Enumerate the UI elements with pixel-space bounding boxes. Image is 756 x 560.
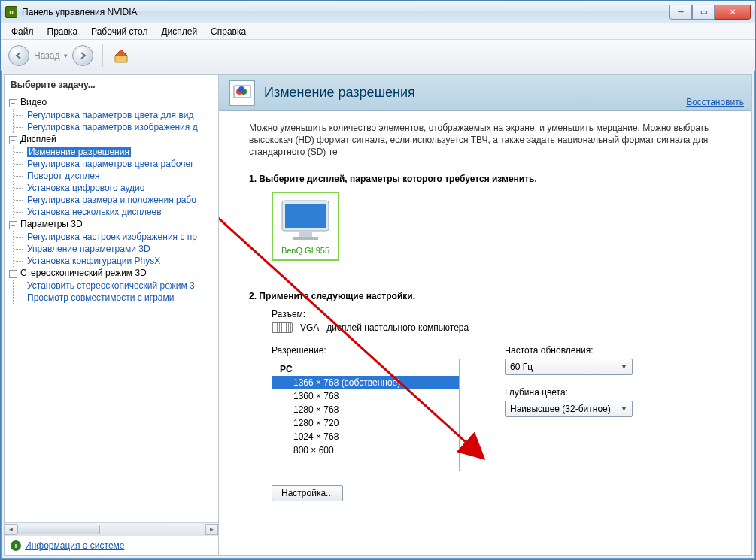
main-panel: Изменение разрешения Восстановить Можно …	[219, 75, 751, 555]
svg-rect-7	[299, 232, 312, 237]
home-button[interactable]	[112, 47, 130, 65]
nvidia-icon: n	[5, 6, 17, 18]
back-button[interactable]	[8, 45, 29, 66]
info-icon: i	[11, 540, 21, 551]
connector-row: VGA - дисплей настольного компьютера	[272, 322, 736, 333]
tree-category-stereo3d[interactable]: −Стереоскопический режим 3D	[6, 267, 217, 280]
scroll-track[interactable]	[17, 524, 205, 535]
monitor-icon	[232, 83, 253, 104]
color-depth-value: Наивысшее (32-битное)	[510, 404, 611, 414]
tree-item[interactable]: Управление параметрами 3D	[14, 243, 217, 255]
window-buttons: ─ ▭ ✕	[669, 5, 751, 20]
tree-item[interactable]: Регулировка параметров цвета рабочег	[14, 158, 217, 170]
connector-value: VGA - дисплей настольного компьютера	[300, 322, 469, 333]
menu-display[interactable]: Дисплей	[155, 25, 203, 38]
page-header: Изменение разрешения Восстановить	[219, 75, 751, 111]
sidebar-h-scrollbar[interactable]: ◄ ►	[5, 522, 218, 535]
resolution-option[interactable]: 1024 × 768	[272, 430, 459, 443]
toolbar: Назад ▾	[1, 40, 755, 71]
step1-title: 1. Выберите дисплей, параметры которого …	[249, 174, 736, 184]
forward-button[interactable]	[72, 45, 93, 66]
scroll-right-button[interactable]: ►	[205, 524, 218, 535]
page-description: Можно уменьшить количество элементов, от…	[249, 122, 736, 159]
nvidia-control-panel-window: n Панель управления NVIDIA ─ ▭ ✕ Файл Пр…	[0, 0, 756, 560]
monitor-name: BenQ GL955	[278, 246, 333, 255]
tree-category-3d[interactable]: −Параметры 3D	[6, 218, 217, 231]
refresh-rate-value: 60 Гц	[510, 362, 533, 372]
back-label: Назад	[34, 50, 59, 61]
svg-rect-8	[293, 237, 318, 240]
menu-desktop[interactable]: Рабочий стол	[85, 25, 153, 38]
task-tree[interactable]: −Видео Регулировка параметров цвета для …	[5, 93, 218, 522]
monitor-selector[interactable]: BenQ GL955	[272, 192, 339, 261]
resolution-option[interactable]: 1280 × 720	[272, 416, 459, 430]
tree-item[interactable]: Просмотр совместимости с играми	[14, 292, 217, 304]
step2-title: 2. Примените следующие настройки.	[249, 291, 736, 301]
collapse-icon[interactable]: −	[9, 270, 17, 278]
menubar: Файл Правка Рабочий стол Дисплей Справка	[1, 23, 755, 40]
svg-rect-6	[285, 204, 326, 228]
home-icon	[113, 47, 129, 64]
sidebar-header: Выберите задачу...	[5, 75, 218, 93]
menu-help[interactable]: Справка	[205, 25, 252, 38]
window-title: Панель управления NVIDIA	[22, 7, 669, 17]
resolution-option[interactable]: 1280 × 768	[272, 403, 459, 416]
refresh-label: Частота обновления:	[505, 345, 633, 356]
chevron-down-icon: ▼	[621, 363, 627, 371]
tree-item[interactable]: Поворот дисплея	[14, 170, 217, 182]
configure-button[interactable]: Настройка...	[272, 485, 343, 501]
scroll-left-button[interactable]: ◄	[5, 524, 17, 535]
tree-item[interactable]: Регулировка параметров изображения д	[14, 121, 217, 133]
scroll-thumb[interactable]	[17, 525, 100, 534]
vga-port-icon	[272, 322, 293, 333]
page-body: Можно уменьшить количество элементов, от…	[219, 111, 751, 555]
dropdown-icon[interactable]: ▾	[64, 52, 68, 59]
titlebar: n Панель управления NVIDIA ─ ▭ ✕	[1, 1, 755, 23]
page-title: Изменение разрешения	[264, 85, 415, 101]
resolution-label: Разрешение:	[272, 345, 460, 356]
tree-item[interactable]: Установить стереоскопический режим 3	[14, 280, 217, 292]
tree-item[interactable]: Регулировка настроек изображения с пр	[14, 231, 217, 243]
tree-item[interactable]: Регулировка размера и положения рабо	[14, 194, 217, 206]
system-info-link[interactable]: Информация о системе	[25, 540, 124, 551]
collapse-icon[interactable]: −	[9, 221, 17, 229]
menu-edit[interactable]: Правка	[41, 25, 84, 38]
arrow-left-icon	[14, 51, 23, 60]
tree-item-change-resolution[interactable]: Изменение разрешения	[14, 146, 217, 158]
resolution-group-pc: PC	[272, 362, 459, 376]
tree-item[interactable]: Установка конфигурации PhysX	[14, 255, 217, 267]
maximize-button[interactable]: ▭	[692, 5, 715, 20]
resolution-option[interactable]: 1366 × 768 (собственное)	[272, 376, 459, 389]
connector-label: Разъем:	[272, 309, 736, 319]
task-sidebar: Выберите задачу... −Видео Регулировка па…	[5, 75, 219, 555]
right-column: Частота обновления: 60 Гц ▼ Глубина цвет…	[505, 339, 633, 429]
svg-point-3	[238, 86, 244, 92]
tree-category-display[interactable]: −Дисплей	[6, 133, 217, 146]
arrow-right-icon	[78, 51, 87, 60]
collapse-icon[interactable]: −	[9, 136, 17, 144]
content-area: Выберите задачу... −Видео Регулировка па…	[4, 74, 752, 556]
tree-item[interactable]: Установка цифрового аудио	[14, 182, 217, 194]
restore-link[interactable]: Восстановить	[686, 97, 744, 107]
tree-item[interactable]: Установка нескольких дисплеев	[14, 206, 217, 218]
chevron-down-icon: ▼	[621, 405, 627, 413]
tree-item[interactable]: Регулировка параметров цвета для вид	[14, 109, 217, 121]
toolbar-separator	[102, 44, 103, 67]
color-depth-label: Глубина цвета:	[505, 387, 633, 398]
resolution-option[interactable]: 800 × 600	[272, 443, 459, 457]
sidebar-footer: i Информация о системе	[5, 535, 218, 555]
resolution-option[interactable]: 1360 × 768	[272, 389, 459, 403]
monitor-thumbnail-icon	[278, 198, 333, 243]
tree-category-video[interactable]: −Видео	[6, 96, 217, 109]
menu-file[interactable]: Файл	[5, 25, 40, 38]
resolution-column: Разрешение: PC 1366 × 768 (собственное) …	[272, 339, 460, 501]
collapse-icon[interactable]: −	[9, 99, 17, 107]
page-header-icon	[229, 80, 255, 106]
color-depth-dropdown[interactable]: Наивысшее (32-битное) ▼	[505, 401, 633, 417]
refresh-rate-dropdown[interactable]: 60 Гц ▼	[505, 359, 633, 375]
close-button[interactable]: ✕	[715, 5, 751, 20]
resolution-listbox[interactable]: PC 1366 × 768 (собственное) 1360 × 768 1…	[272, 359, 460, 471]
minimize-button[interactable]: ─	[669, 5, 692, 20]
